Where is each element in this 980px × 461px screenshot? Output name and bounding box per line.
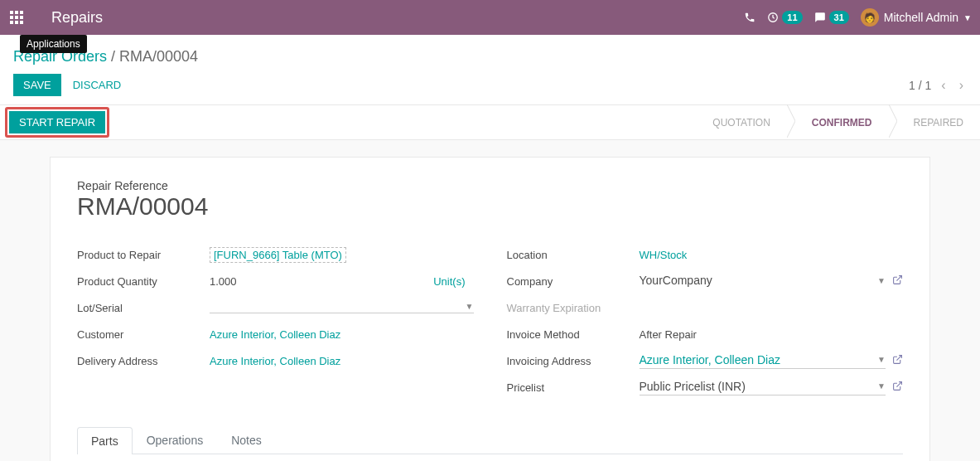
svg-line-12 [896,382,901,387]
pager: 1 / 1 ‹ › [909,76,967,95]
status-quotation[interactable]: QUOTATION [696,105,787,140]
svg-rect-5 [20,16,23,19]
chevron-down-icon: ▼ [877,276,886,285]
svg-line-11 [896,356,901,361]
product-quantity-unit[interactable]: Unit(s) [433,275,465,288]
repair-reference-label: Repair Reference [77,179,903,192]
product-quantity-label: Product Quantity [77,275,210,288]
company-label: Company [507,275,640,288]
delivery-address-label: Delivery Address [77,355,210,367]
invoice-method-label: Invoice Method [507,328,640,341]
status-repaired[interactable]: REPAIRED [897,105,980,140]
product-to-repair-value[interactable]: [FURN_9666] Table (MTO) [210,247,346,263]
location-label: Location [507,249,640,261]
start-repair-button[interactable]: START REPAIR [9,111,105,133]
invoice-method-value: After Repair [640,328,904,341]
breadcrumb: Repair Orders / RMA/00004 [13,48,967,66]
product-to-repair-label: Product to Repair [77,249,210,261]
svg-rect-1 [15,11,18,14]
right-column: Location WH/Stock Company YourCompany ▼ … [507,245,904,405]
apps-tooltip: Applications [20,35,87,53]
company-value: YourCompany [640,274,712,287]
invoicing-address-label: Invoicing Address [507,355,640,367]
repair-reference-value: RMA/00004 [77,192,903,221]
external-link-icon[interactable] [892,354,903,367]
customer-label: Customer [77,328,210,341]
lot-serial-dropdown[interactable]: ▼ [210,302,474,313]
control-panel: Repair Orders / RMA/00004 SAVE DISCARD 1… [0,35,980,105]
topbar: Repairs 11 31 🧑 Mitchell Admin ▼ [0,0,980,35]
activities-badge: 11 [782,11,802,24]
activities-icon[interactable]: 11 [767,11,802,24]
tab-parts[interactable]: Parts [77,427,133,454]
pricelist-dropdown[interactable]: Public Pricelist (INR) ▼ [640,380,886,395]
apps-icon[interactable] [0,0,33,35]
invoicing-address-value: Azure Interior, Colleen Diaz [640,353,780,366]
phone-icon[interactable] [744,12,756,23]
svg-rect-7 [15,21,18,24]
tab-notes[interactable]: Notes [217,426,276,454]
messages-badge: 31 [829,11,849,24]
external-link-icon[interactable] [892,274,903,288]
svg-rect-8 [20,21,23,24]
delivery-address-value[interactable]: Azure Interior, Colleen Diaz [210,355,340,367]
pager-text: 1 / 1 [909,79,931,92]
user-name: Mitchell Admin [884,11,958,24]
svg-rect-6 [10,21,13,24]
chevron-down-icon: ▼ [877,355,886,364]
product-quantity-value[interactable]: 1.000 [210,275,292,288]
customer-value[interactable]: Azure Interior, Colleen Diaz [210,328,340,341]
pager-next[interactable]: › [956,76,967,95]
user-menu[interactable]: 🧑 Mitchell Admin ▼ [861,8,972,27]
lot-serial-label: Lot/Serial [77,302,210,314]
notebook-tabs: Parts Operations Notes [77,426,903,454]
svg-rect-0 [10,11,13,14]
chevron-down-icon: ▼ [466,302,474,311]
tab-operations[interactable]: Operations [133,426,217,454]
svg-rect-3 [10,16,13,19]
statusbar: START REPAIR QUOTATION CONFIRMED REPAIRE… [0,105,980,140]
messages-icon[interactable]: 31 [814,11,849,24]
save-button[interactable]: SAVE [13,74,61,96]
pager-prev[interactable]: ‹ [938,76,949,95]
status-confirmed[interactable]: CONFIRMED [795,105,889,140]
left-column: Product to Repair [FURN_9666] Table (MTO… [77,245,474,405]
invoicing-address-dropdown[interactable]: Azure Interior, Colleen Diaz ▼ [640,353,886,369]
start-repair-highlight: START REPAIR [5,107,109,138]
pricelist-label: Pricelist [507,381,640,394]
company-dropdown[interactable]: YourCompany ▼ [640,274,886,289]
external-link-icon[interactable] [892,381,903,394]
svg-line-10 [896,276,901,281]
chevron-down-icon: ▼ [963,13,972,22]
breadcrumb-current: RMA/00004 [119,48,198,65]
user-avatar: 🧑 [861,8,879,27]
pricelist-value: Public Pricelist (INR) [640,380,746,393]
discard-button[interactable]: DISCARD [73,79,122,91]
app-title: Repairs [51,9,103,27]
svg-rect-4 [15,16,18,19]
warranty-expiration-label: Warranty Expiration [507,302,640,314]
form-sheet: Repair Reference RMA/00004 Product to Re… [50,157,930,461]
svg-rect-2 [20,11,23,14]
chevron-down-icon: ▼ [877,381,886,391]
location-value[interactable]: WH/Stock [640,249,688,261]
